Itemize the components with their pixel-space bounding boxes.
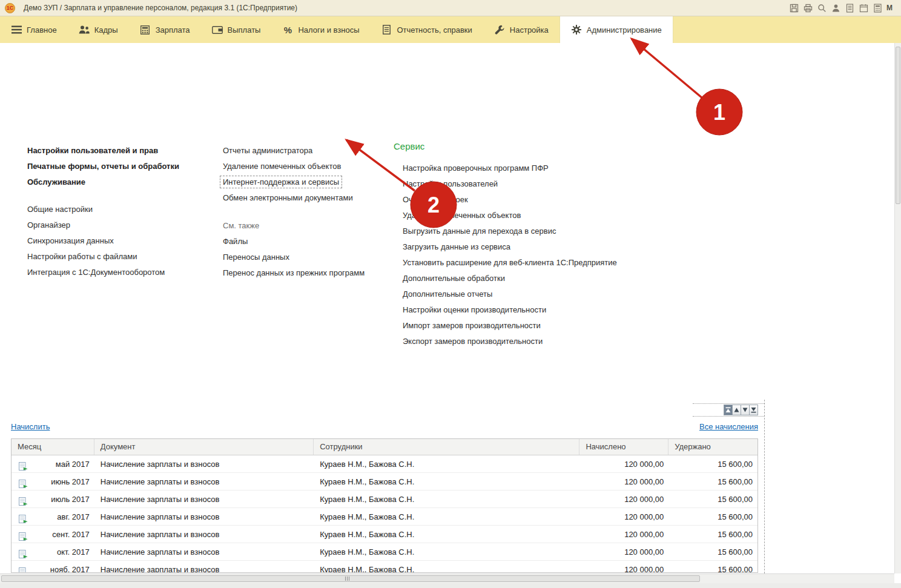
menu-item-link[interactable]: Перенос данных из прежних программ	[223, 265, 365, 281]
menu-item-link[interactable]: Настройки работы с файлами	[27, 249, 179, 265]
accrual-document-icon	[19, 477, 28, 490]
service-item-link[interactable]: Экспорт замеров производительности	[403, 334, 617, 349]
menu-item-link[interactable]: Органайзер	[27, 217, 179, 233]
menu-item-link[interactable]: Интеграция с 1С:Документооборотом	[27, 265, 179, 280]
tab-administration[interactable]: Администрирование	[559, 16, 673, 43]
service-item-link[interactable]: Настройки оценки производительности	[403, 302, 617, 318]
calendar-icon[interactable]	[859, 3, 868, 13]
user-icon[interactable]	[831, 3, 840, 13]
app-window: 1С Демо ЗУП / Зарплата и управление перс…	[0, 0, 901, 588]
tab-hr[interactable]: Кадры	[68, 16, 129, 43]
menu-item-label: Переносы данных	[223, 253, 289, 262]
service-item-link[interactable]: Загрузить данные из сервиса	[403, 239, 617, 255]
wallet-icon	[212, 26, 223, 34]
cell-withheld: 15 600,00	[668, 455, 757, 472]
table-row[interactable]: июнь 2017 Начисление зарплаты и взносов …	[12, 473, 757, 491]
menu-section-label: Обслуживание	[27, 177, 85, 187]
accrue-link[interactable]: Начислить	[11, 422, 50, 431]
menu-item-link[interactable]: Синхронизация данных	[27, 233, 179, 249]
column-header-employees[interactable]: Сотрудники	[314, 439, 579, 455]
service-item-link[interactable]: Очистка настроек	[403, 192, 617, 208]
all-accruals-link[interactable]: Все начисления	[699, 422, 758, 431]
menu-section-link[interactable]: Печатные формы, отчеты и обработки	[27, 159, 179, 174]
cell-employees: Кураев Н.М., Бажова С.Н.	[314, 473, 579, 490]
move-top-button[interactable]	[724, 405, 733, 415]
menu-item-label: Импорт замеров производительности	[403, 321, 541, 330]
document-icon[interactable]	[845, 3, 854, 13]
column-header-document[interactable]: Документ	[94, 439, 314, 455]
menu-section-link[interactable]: Обслуживание	[27, 174, 179, 190]
service-item-link[interactable]: Настройка проверочных программ ПФР	[403, 160, 617, 176]
calculator-icon[interactable]	[873, 3, 882, 13]
menu-item-link[interactable]: Общие настройки	[27, 202, 179, 217]
tab-main[interactable]: Главное	[0, 16, 68, 43]
cell-month: сент. 2017	[12, 526, 94, 543]
menu-item-label: Удаление помеченных объектов	[223, 162, 341, 171]
menu-column-service: Сервис Настройка проверочных программ ПФ…	[394, 141, 617, 349]
gear-icon	[571, 25, 582, 35]
cell-employees: Кураев Н.М., Бажова С.Н.	[314, 455, 579, 472]
menu-item-label: Настройки работы с файлами	[27, 252, 137, 261]
menu-item-admin-reports[interactable]: Отчеты администратора	[223, 143, 365, 159]
table-row[interactable]: май 2017 Начисление зарплаты и взносов К…	[12, 455, 757, 473]
tab-taxes[interactable]: % Налоги и взносы	[271, 16, 370, 43]
percent-icon: %	[282, 25, 293, 35]
service-item-link[interactable]: Удаление помеченных объектов	[403, 208, 617, 223]
accruals-table-header: Месяц Документ Сотрудники Начислено Удер…	[12, 439, 757, 455]
menu-item-label: Отчеты администратора	[223, 146, 312, 155]
service-item-link[interactable]: Выгрузить данные для перехода в сервис	[403, 223, 617, 239]
service-item-link[interactable]: Настройки пользователей	[403, 176, 617, 192]
table-row[interactable]: авг. 2017 Начисление зарплаты и взносов …	[12, 508, 757, 526]
cell-document: Начисление зарплаты и взносов	[94, 543, 314, 560]
menu-icon	[11, 25, 22, 34]
save-icon[interactable]	[789, 3, 799, 13]
service-section-header[interactable]: Сервис	[394, 141, 617, 156]
cell-employees: Кураев Н.М., Бажова С.Н.	[314, 561, 579, 573]
menu-item-delete-marked[interactable]: Удаление помеченных объектов	[223, 159, 365, 174]
table-row[interactable]: июль 2017 Начисление зарплаты и взносов …	[12, 491, 757, 508]
table-row[interactable]: окт. 2017 Начисление зарплаты и взносов …	[12, 543, 757, 561]
horizontal-scrollbar[interactable]	[0, 573, 894, 583]
table-row[interactable]: нояб. 2017 Начисление зарплаты и взносов…	[12, 561, 757, 573]
column-header-withheld[interactable]: Удержано	[668, 439, 757, 455]
tab-salary[interactable]: Зарплата	[129, 16, 201, 43]
service-item-link[interactable]: Дополнительные отчеты	[403, 286, 617, 302]
settings-item-list: Общие настройки Органайзер Синхронизация…	[27, 202, 179, 280]
tab-reports[interactable]: Отчетность, справки	[371, 16, 483, 43]
administration-menu-panel: Настройки пользователей и прав Печатные …	[0, 43, 901, 398]
tab-payments[interactable]: Выплаты	[201, 16, 272, 43]
month-value: июнь 2017	[51, 477, 90, 486]
cell-month: июнь 2017	[12, 473, 94, 490]
menu-item-link[interactable]: Переносы данных	[223, 249, 365, 265]
menu-item-label: Выгрузить данные для перехода в сервис	[403, 226, 556, 236]
menu-section-link[interactable]: Настройки пользователей и прав	[27, 143, 179, 159]
column-header-accrued[interactable]: Начислено	[579, 439, 668, 455]
menu-item-label: Очистка настроек	[403, 195, 468, 204]
see-also-list: Файлы Переносы данных Перенос данных из …	[223, 234, 365, 281]
move-bottom-button[interactable]	[749, 405, 758, 415]
cell-accrued: 120 000,00	[579, 526, 668, 543]
cell-employees: Кураев Н.М., Бажова С.Н.	[314, 526, 579, 543]
cell-document: Начисление зарплаты и взносов	[94, 561, 314, 573]
service-item-link[interactable]: Дополнительные обработки	[403, 271, 617, 286]
cell-month: май 2017	[12, 455, 94, 472]
report-icon	[381, 25, 392, 35]
move-down-button[interactable]	[741, 405, 750, 415]
menu-item-link[interactable]: Файлы	[223, 234, 365, 249]
vertical-scrollbar-thumb[interactable]	[896, 47, 900, 204]
service-item-link[interactable]: Импорт замеров производительности	[403, 318, 617, 334]
table-row[interactable]: сент. 2017 Начисление зарплаты и взносов…	[12, 526, 757, 543]
menu-item-edi-exchange[interactable]: Обмен электронными документами	[223, 190, 365, 206]
service-item-link[interactable]: Установить расширение для веб-клиента 1С…	[403, 255, 617, 271]
menu-item-label: Органайзер	[27, 220, 70, 230]
cell-employees: Кураев Н.М., Бажова С.Н.	[314, 508, 579, 525]
move-up-button[interactable]	[732, 405, 741, 415]
column-header-month[interactable]: Месяц	[12, 439, 94, 455]
search-icon[interactable]	[817, 3, 827, 13]
user-initial[interactable]: M	[886, 4, 893, 12]
print-icon[interactable]	[803, 3, 813, 13]
menu-item-internet-support[interactable]: Интернет-поддержка и сервисы	[223, 174, 365, 190]
horizontal-scrollbar-thumb[interactable]	[1, 575, 700, 582]
tab-settings[interactable]: Настройка	[483, 16, 559, 43]
vertical-scrollbar[interactable]	[894, 43, 901, 573]
